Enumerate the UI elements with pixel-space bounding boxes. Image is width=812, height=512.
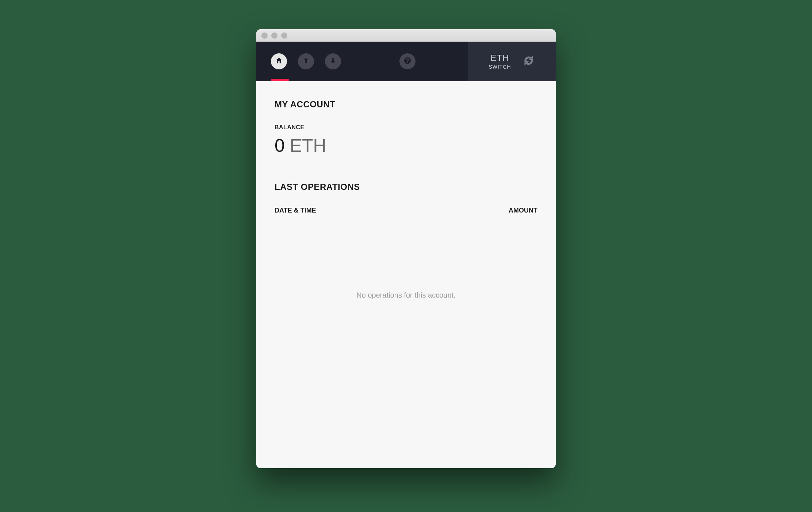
balance-unit: ETH [290, 135, 326, 156]
home-icon [275, 57, 283, 66]
maximize-window-button[interactable] [281, 33, 287, 39]
receive-tab[interactable] [325, 53, 341, 69]
arrow-down-icon [329, 57, 337, 66]
balance-value: 0 ETH [275, 135, 537, 156]
switch-label: SWITCH [489, 64, 511, 70]
close-window-button[interactable] [261, 33, 268, 39]
balance-amount: 0 [275, 135, 285, 156]
nav-left-group [256, 42, 468, 81]
help-tab[interactable] [399, 53, 415, 69]
operations-title: LAST OPERATIONS [275, 182, 537, 192]
home-tab[interactable] [271, 53, 287, 69]
app-window: ETH SWITCH MY ACCOUNT BALANCE 0 ETH LAST… [256, 29, 556, 468]
arrow-up-icon [302, 57, 310, 66]
nav-right-group: ETH SWITCH [468, 42, 556, 81]
currency-code: ETH [489, 53, 511, 63]
currency-switcher[interactable]: ETH SWITCH [489, 53, 511, 70]
top-navbar: ETH SWITCH [256, 42, 556, 81]
question-icon [403, 57, 411, 66]
window-titlebar [256, 29, 556, 42]
balance-label: BALANCE [275, 124, 537, 131]
col-amount: AMOUNT [509, 207, 537, 214]
refresh-icon [523, 55, 534, 68]
account-title: MY ACCOUNT [275, 99, 537, 110]
minimize-window-button[interactable] [271, 33, 277, 39]
operations-empty-state: No operations for this account. [275, 291, 537, 299]
refresh-button[interactable] [522, 55, 535, 68]
col-date-time: DATE & TIME [275, 207, 316, 214]
active-tab-indicator [271, 79, 289, 81]
main-content: MY ACCOUNT BALANCE 0 ETH LAST OPERATIONS… [256, 81, 556, 468]
operations-table-header: DATE & TIME AMOUNT [275, 207, 537, 214]
send-tab[interactable] [298, 53, 314, 69]
